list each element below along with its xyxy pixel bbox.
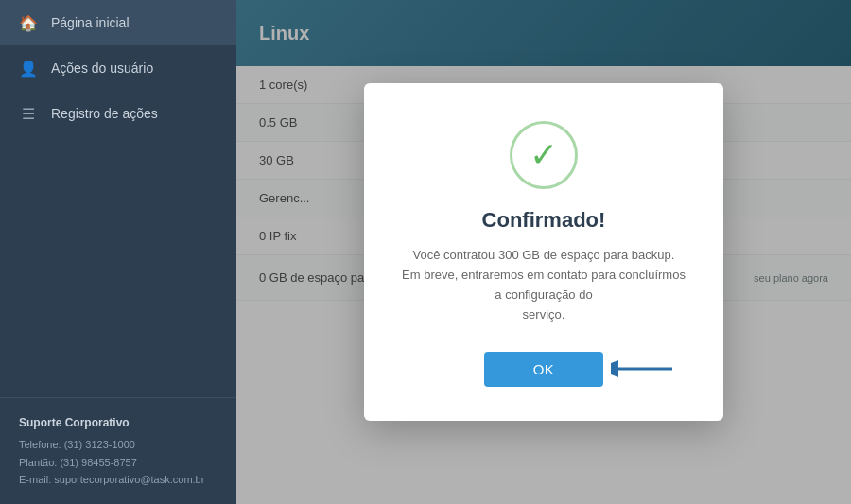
- modal-body-line2: Em breve, entraremos em contato para con…: [402, 268, 686, 302]
- modal-dialog: ✓ Confirmado! Você contratou 300 GB de e…: [364, 83, 723, 420]
- footer-email: E-mail: suportecorporativo@task.com.br: [19, 471, 217, 489]
- list-icon: ☰: [19, 104, 38, 123]
- ok-button[interactable]: OK: [484, 352, 604, 387]
- sidebar-item-action-log[interactable]: ☰ Registro de ações: [0, 91, 236, 136]
- sidebar-item-home[interactable]: 🏠 Página inicial: [0, 0, 236, 45]
- arrow-indicator: [611, 356, 672, 382]
- ok-row: OK: [484, 352, 604, 387]
- main-area: Linux 1 core(s) 0.5 GB 30 GB Gerenc...: [236, 0, 851, 504]
- footer-emergency: Plantão: (31) 98455-8757: [19, 454, 217, 472]
- sidebar-footer: Suporte Corporativo Telefone: (31) 3123-…: [0, 397, 236, 504]
- footer-title: Suporte Corporativo: [19, 413, 217, 432]
- sidebar-spacer: [0, 136, 236, 397]
- checkmark-icon: ✓: [530, 138, 558, 172]
- modal-body-line3: serviço.: [523, 307, 565, 322]
- modal-overlay: ✓ Confirmado! Você contratou 300 GB de e…: [236, 0, 851, 504]
- home-icon: 🏠: [19, 13, 38, 32]
- footer-phone: Telefone: (31) 3123-1000: [19, 436, 217, 454]
- sidebar-item-label-home: Página inicial: [51, 15, 130, 30]
- sidebar-item-user-actions[interactable]: 👤 Ações do usuário: [0, 45, 236, 91]
- sidebar-item-label-log: Registro de ações: [51, 106, 158, 121]
- user-icon: 👤: [19, 59, 38, 78]
- success-icon-circle: ✓: [510, 121, 578, 189]
- sidebar-item-label-user: Ações do usuário: [51, 61, 153, 76]
- modal-body-line1: Você contratou 300 GB de espaço para bac…: [413, 248, 675, 262]
- modal-title: Confirmado!: [482, 208, 606, 233]
- modal-body: Você contratou 300 GB de espaço para bac…: [398, 246, 689, 324]
- sidebar: 🏠 Página inicial 👤 Ações do usuário ☰ Re…: [0, 0, 236, 504]
- arrow-svg: [611, 356, 672, 382]
